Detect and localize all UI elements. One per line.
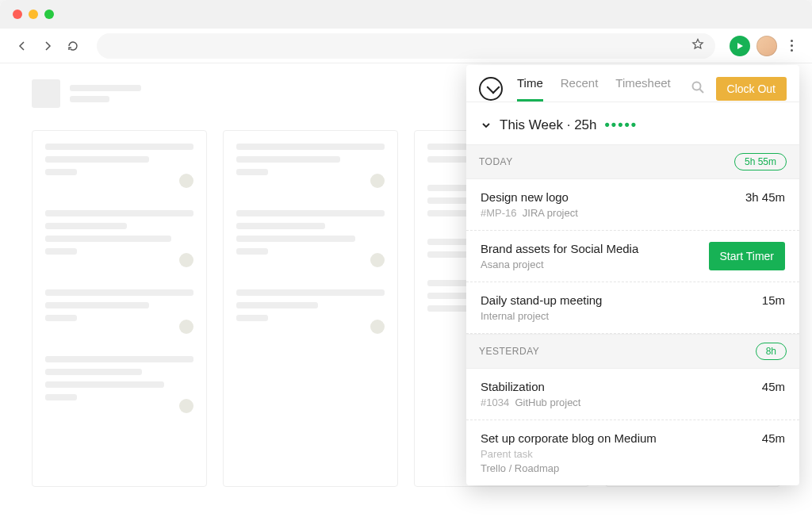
activity-dots: ••••• (605, 117, 638, 133)
section-total-badge: 8h (756, 343, 787, 360)
url-bar[interactable] (97, 33, 715, 59)
entry-title: Brand assets for Social Media (481, 242, 709, 255)
entry-duration: 45m (762, 431, 785, 474)
entry-title: Set up corporate blog on Medium (481, 431, 762, 445)
svg-line-1 (699, 90, 703, 94)
entry-title: Daily stand-up meeting (481, 293, 762, 307)
extension-play-icon[interactable] (730, 36, 750, 56)
entry-duration: 45m (762, 380, 785, 408)
avatar[interactable] (756, 36, 777, 56)
reload-button[interactable] (63, 36, 82, 56)
traffic-lights (13, 10, 54, 19)
entry-subtitle: #MP-16 JIRA project (481, 207, 745, 219)
tab-timesheet[interactable]: Timesheet (615, 76, 670, 102)
entry-subtitle: Trello / Roadmap (481, 462, 762, 474)
entry-title: Design new logo (481, 190, 745, 204)
summary-row[interactable]: This Week · 25h ••••• (466, 102, 799, 144)
column-placeholder (223, 130, 398, 487)
title-bar (0, 0, 812, 29)
time-entry[interactable]: Set up corporate blog on Medium Parent t… (466, 420, 799, 485)
section-header-today: TODAY 5h 55m (466, 144, 799, 179)
browser-menu-button[interactable] (783, 38, 799, 54)
entry-subtitle: Asana project (481, 259, 709, 270)
entry-subtitle: #1034 GitHub project (481, 396, 762, 408)
app-logo-icon (479, 77, 503, 101)
popup-tabs: Time Recent Timesheet (517, 76, 676, 102)
start-timer-button[interactable]: Start Timer (709, 242, 785, 270)
summary-text: This Week · 25h (500, 117, 597, 133)
column-placeholder (32, 130, 207, 487)
browser-window: Time Recent Timesheet Clock Out This Wee… (0, 0, 812, 521)
entry-duration: 15m (762, 293, 785, 322)
chevron-down-icon (481, 120, 492, 131)
time-entry[interactable]: Stabilization #1034 GitHub project 45m (466, 369, 799, 420)
tab-recent[interactable]: Recent (561, 76, 599, 102)
back-button[interactable] (13, 36, 32, 56)
section-label: TODAY (479, 156, 513, 167)
bookmark-icon[interactable] (691, 38, 704, 54)
entry-title: Stabilization (481, 380, 762, 393)
maximize-window-button[interactable] (44, 10, 54, 19)
search-icon[interactable] (691, 80, 705, 98)
entry-duration: 3h 45m (745, 190, 785, 219)
close-window-button[interactable] (13, 10, 22, 19)
section-header-yesterday: YESTERDAY 8h (466, 334, 799, 369)
entry-parent-task: Parent task (481, 448, 762, 460)
popup-header: Time Recent Timesheet Clock Out (466, 65, 799, 102)
time-entry[interactable]: Daily stand-up meeting Internal project … (466, 282, 799, 334)
time-entry[interactable]: Design new logo #MP-16 JIRA project 3h 4… (466, 179, 799, 231)
extension-popup: Time Recent Timesheet Clock Out This Wee… (466, 65, 799, 485)
tab-time[interactable]: Time (517, 76, 543, 102)
minimize-window-button[interactable] (29, 10, 38, 19)
clock-out-button[interactable]: Clock Out (716, 77, 787, 101)
svg-point-0 (692, 82, 700, 90)
section-label: YESTERDAY (479, 346, 539, 357)
browser-toolbar (0, 29, 812, 63)
section-total-badge: 5h 55m (734, 153, 787, 170)
time-entry[interactable]: Brand assets for Social Media Asana proj… (466, 231, 799, 282)
entry-subtitle: Internal project (481, 310, 762, 322)
forward-button[interactable] (38, 36, 57, 56)
